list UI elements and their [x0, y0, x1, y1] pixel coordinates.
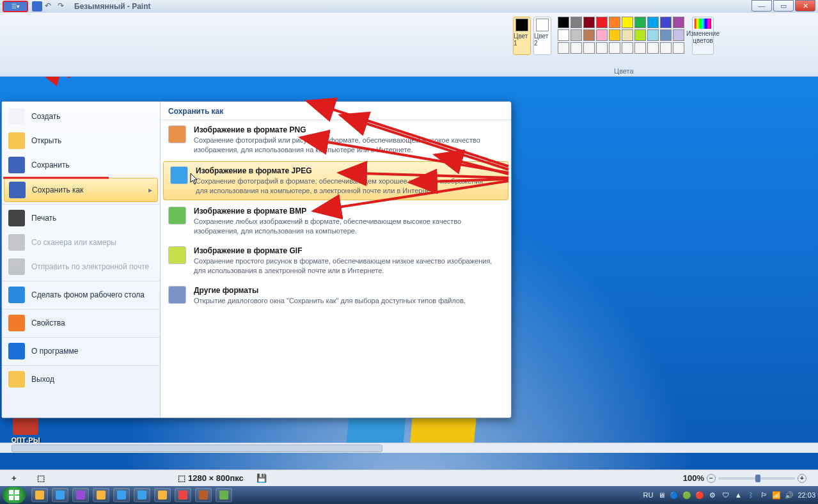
horizontal-scrollbar[interactable]	[0, 443, 818, 453]
tray-network-icon[interactable]: 📶	[772, 491, 781, 500]
tray-icon[interactable]: 🔵	[670, 491, 679, 500]
window-minimize-button[interactable]: —	[751, 0, 772, 12]
menu-item-save-as[interactable]: Сохранить как	[4, 178, 158, 202]
format-description: Открытие диалогового окна "Сохранить как…	[194, 296, 466, 306]
menu-item-print[interactable]: Печать	[2, 204, 160, 230]
format-option[interactable]: Изображение в формате GIFСохранение прос…	[161, 241, 511, 281]
taskbar-task-button[interactable]	[72, 488, 89, 502]
task-icon	[138, 491, 146, 500]
palette-swatch[interactable]	[570, 42, 582, 54]
print-icon	[8, 210, 25, 226]
palette-swatch[interactable]	[634, 17, 646, 28]
paint-statusbar: + ⬚ ⬚ 1280 × 800пкс 💾 100% − +	[0, 469, 818, 486]
color-1-selector[interactable]: Цвет 1	[513, 17, 531, 55]
start-button[interactable]	[3, 487, 26, 503]
tray-icon[interactable]: 🛡	[721, 491, 730, 500]
canvas-area[interactable]: КОНВ...ОПТ-РЫ СоздатьОткрытьСохранитьСох…	[0, 77, 818, 469]
palette-swatch[interactable]	[660, 29, 672, 41]
palette-swatch[interactable]	[609, 42, 620, 54]
taskbar-task-button[interactable]	[216, 488, 232, 502]
menu-item-save[interactable]: Сохранить	[2, 153, 160, 177]
palette-swatch[interactable]	[647, 17, 659, 28]
svg-rect-9	[9, 490, 13, 494]
zoom-out-button[interactable]: −	[707, 474, 716, 483]
format-description: Сохранение фотографий или рисунков в фор…	[194, 136, 494, 155]
format-option[interactable]: Изображение в формате BMPСохранение любы…	[161, 201, 511, 241]
tray-bluetooth-icon[interactable]: ᛒ	[746, 491, 755, 500]
menu-item-label: Открыть	[31, 136, 61, 145]
palette-swatch[interactable]	[609, 17, 620, 28]
qat-save-icon[interactable]	[32, 1, 42, 12]
language-indicator[interactable]: RU	[643, 491, 654, 499]
palette-swatch[interactable]	[558, 17, 569, 28]
window-maximize-button[interactable]: ▭	[773, 0, 794, 12]
tray-icon[interactable]: ⚙	[708, 491, 717, 500]
palette-swatch[interactable]	[583, 42, 595, 54]
tray-icon[interactable]: ▲	[734, 491, 743, 500]
save-as-header: Сохранить как	[161, 102, 511, 120]
palette-swatch[interactable]	[558, 42, 569, 54]
palette-swatch[interactable]	[673, 17, 684, 28]
palette-swatch[interactable]	[660, 42, 672, 54]
scrollbar-thumb[interactable]	[12, 445, 382, 452]
menu-item-label: Отправить по электронной почте	[31, 262, 149, 271]
palette-swatch[interactable]	[622, 29, 633, 41]
qat-undo-icon[interactable]: ↶	[45, 1, 55, 12]
menu-item-exit[interactable]: Выход	[2, 365, 160, 391]
tray-icon[interactable]: 🟢	[682, 491, 691, 500]
zoom-slider[interactable]	[718, 477, 795, 480]
palette-swatch[interactable]	[622, 42, 633, 54]
format-icon	[168, 286, 186, 304]
taskbar-task-button[interactable]	[134, 488, 150, 502]
app-menu-button[interactable]: ☰▾	[3, 1, 28, 12]
menu-item-info[interactable]: О программе	[2, 337, 160, 363]
palette-swatch[interactable]	[596, 42, 608, 54]
palette-swatch[interactable]	[634, 29, 646, 41]
clock[interactable]: 22:03	[798, 491, 815, 499]
check-icon	[8, 315, 25, 331]
tray-volume-icon[interactable]: 🔊	[785, 491, 794, 500]
new-icon	[8, 108, 25, 125]
palette-swatch[interactable]	[660, 17, 672, 28]
palette-swatch[interactable]	[570, 17, 582, 28]
file-menu: СоздатьОткрытьСохранитьСохранить какПеча…	[1, 101, 512, 418]
palette-swatch[interactable]	[622, 17, 633, 28]
task-icon	[158, 491, 167, 500]
zoom-slider-thumb[interactable]	[755, 475, 760, 482]
canvas-dimensions: 1280 × 800пкс	[188, 473, 244, 483]
taskbar-task-button[interactable]	[93, 488, 109, 502]
palette-swatch[interactable]	[673, 29, 684, 41]
taskbar-task-button[interactable]	[52, 488, 68, 502]
menu-item-open[interactable]: Открыть	[2, 129, 160, 153]
qat-redo-icon[interactable]: ↷	[58, 1, 68, 12]
taskbar-task-button[interactable]	[154, 488, 171, 502]
palette-swatch[interactable]	[583, 29, 595, 41]
taskbar-task-button[interactable]	[113, 488, 130, 502]
taskbar-task-button[interactable]	[31, 488, 48, 502]
menu-item-check[interactable]: Свойства	[2, 309, 160, 335]
format-option[interactable]: Изображение в формате PNGСохранение фото…	[161, 120, 511, 160]
tray-icon[interactable]: 🖥	[657, 491, 666, 500]
tray-icon[interactable]: 🔴	[695, 491, 704, 500]
tray-flag-icon[interactable]: 🏳	[759, 491, 768, 500]
edit-colors-button[interactable]: Изменение цветов	[692, 17, 714, 55]
palette-swatch[interactable]	[583, 17, 595, 28]
color-2-selector[interactable]: Цвет 2	[533, 17, 551, 55]
palette-swatch[interactable]	[634, 42, 646, 54]
window-close-button[interactable]: ✕	[795, 0, 815, 12]
palette-swatch[interactable]	[570, 29, 582, 41]
menu-item-new[interactable]: Создать	[2, 104, 160, 129]
format-option[interactable]: Другие форматыОткрытие диалогового окна …	[161, 281, 511, 311]
zoom-in-button[interactable]: +	[798, 474, 806, 483]
palette-swatch[interactable]	[647, 42, 659, 54]
palette-swatch[interactable]	[647, 29, 659, 41]
format-option[interactable]: Изображение в формате JPEGСохранение фот…	[163, 161, 508, 201]
menu-item-desktop[interactable]: Сделать фоном рабочего стола	[2, 281, 160, 307]
palette-swatch[interactable]	[673, 42, 684, 54]
palette-swatch[interactable]	[558, 29, 569, 41]
palette-swatch[interactable]	[596, 29, 608, 41]
palette-swatch[interactable]	[596, 17, 608, 28]
palette-swatch[interactable]	[609, 29, 620, 41]
taskbar-task-button[interactable]	[175, 488, 191, 502]
taskbar-task-button[interactable]	[195, 488, 212, 502]
